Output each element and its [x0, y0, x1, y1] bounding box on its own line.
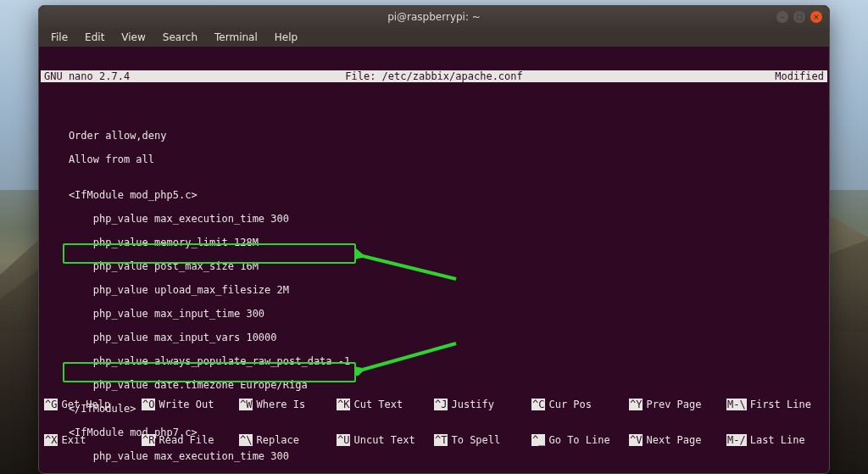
editor-line: php_value max_execution_time 300 — [44, 213, 824, 225]
nano-header: GNU nano 2.7.4 File: /etc/zabbix/apache.… — [41, 70, 827, 82]
editor-line: php_value max_input_vars 10000 — [44, 332, 824, 343]
nano-shortcut-bar: ^GGet Help ^OWrite Out ^WWhere Is ^KCut … — [41, 375, 827, 471]
shortcut-where-is: ^WWhere Is — [239, 399, 337, 410]
shortcut-prev-page: ^YPrev Page — [629, 399, 726, 410]
shortcut-read-file: ^RRead File — [142, 434, 239, 446]
menu-search[interactable]: Search — [156, 30, 204, 45]
editor-line: Allow from all — [44, 153, 824, 165]
maximize-button[interactable]: ◻ — [793, 11, 805, 23]
menu-edit[interactable]: Edit — [78, 30, 111, 45]
shortcut-uncut-text: ^UUncut Text — [337, 434, 434, 446]
close-button[interactable]: × — [810, 11, 822, 23]
window-controls: – ◻ × — [776, 11, 822, 23]
menu-terminal[interactable]: Terminal — [208, 30, 264, 45]
minimize-icon: – — [781, 13, 785, 21]
shortcut-cut-text: ^KCut Text — [337, 399, 434, 410]
shortcut-next-page: ^VNext Page — [629, 434, 726, 446]
shortcut-row-1: ^GGet Help ^OWrite Out ^WWhere Is ^KCut … — [44, 399, 824, 410]
shortcut-cur-pos: ^CCur Pos — [531, 399, 629, 410]
maximize-icon: ◻ — [796, 13, 802, 21]
shortcut-justify: ^JJustify — [434, 399, 531, 410]
menu-view[interactable]: View — [114, 30, 152, 45]
terminal-body[interactable]: GNU nano 2.7.4 File: /etc/zabbix/apache.… — [41, 47, 827, 471]
editor-line: Order allow,deny — [44, 130, 824, 142]
shortcut-write-out: ^OWrite Out — [142, 399, 239, 410]
editor-line: <IfModule mod_php5.c> — [44, 189, 824, 201]
terminal-window: pi@raspberrypi: ~ – ◻ × File Edit View S… — [38, 5, 830, 474]
minimize-button[interactable]: – — [776, 11, 788, 23]
menu-help[interactable]: Help — [268, 30, 304, 45]
window-title: pi@raspberrypi: ~ — [39, 11, 829, 23]
shortcut-first-line: M-\First Line — [726, 399, 824, 410]
window-titlebar[interactable]: pi@raspberrypi: ~ – ◻ × — [39, 6, 829, 28]
shortcut-row-2: ^XExit ^RRead File ^\Replace ^UUncut Tex… — [44, 434, 824, 446]
shortcut-exit: ^XExit — [44, 434, 142, 446]
editor-line: php_value upload_max_filesize 2M — [44, 284, 824, 296]
menubar: File Edit View Search Terminal Help — [39, 28, 829, 47]
shortcut-to-spell: ^TTo Spell — [434, 434, 531, 446]
desktop-wallpaper: pi@raspberrypi: ~ – ◻ × File Edit View S… — [0, 0, 868, 474]
menu-file[interactable]: File — [44, 30, 75, 45]
shortcut-replace: ^\Replace — [239, 434, 337, 446]
shortcut-go-to-line: ^_Go To Line — [531, 434, 629, 446]
nano-file-label: File: /etc/zabbix/apache.conf — [41, 70, 827, 82]
editor-line: php_value post_max_size 16M — [44, 260, 824, 272]
shortcut-get-help: ^GGet Help — [44, 399, 142, 410]
editor-line: php_value max_input_time 300 — [44, 308, 824, 320]
editor-line: php_value always_populate_raw_post_data … — [44, 355, 824, 367]
editor-line: php_value memory_limit 128M — [44, 237, 824, 248]
close-icon: × — [813, 13, 820, 21]
shortcut-last-line: M-/Last Line — [726, 434, 824, 446]
